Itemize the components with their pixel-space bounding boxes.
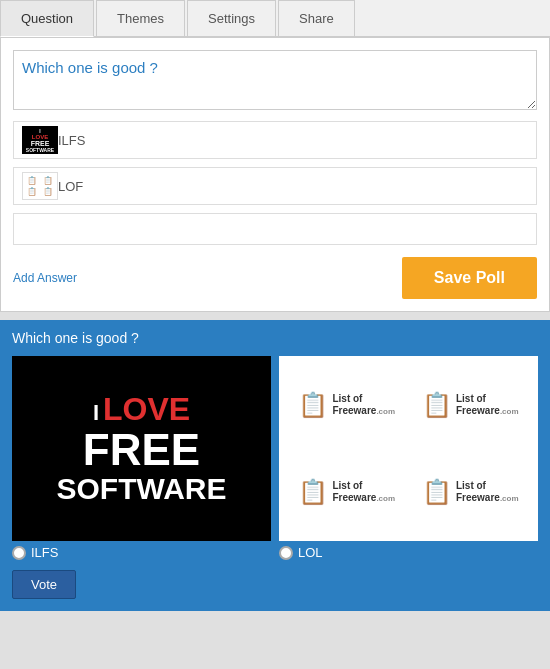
poll-option-2[interactable]: 📋 List ofFreeware.com 📋 List ofFreeware.… [279, 356, 538, 560]
tab-settings[interactable]: Settings [187, 0, 276, 36]
vote-button[interactable]: Vote [12, 570, 76, 599]
add-answer-link[interactable]: Add Answer [13, 271, 77, 285]
empty-answer-row[interactable] [13, 213, 537, 245]
answer-row-1: I LOVE FREE SOFTWARE ILFS [13, 121, 537, 159]
poll-preview-question: Which one is good ? [12, 330, 538, 346]
answer-text-2: LOF [58, 179, 528, 194]
question-textarea[interactable]: Which one is good ? [13, 50, 537, 110]
tab-themes[interactable]: Themes [96, 0, 185, 36]
editor-section: Question Themes Settings Share Which one… [0, 0, 550, 312]
tab-bar: Question Themes Settings Share [0, 0, 550, 37]
tab-share[interactable]: Share [278, 0, 355, 36]
poll-label-row-1: ILFS [12, 545, 271, 560]
form-footer: Add Answer Save Poll [13, 257, 537, 299]
radio-ilfs[interactable] [12, 546, 26, 560]
ilfs-preview-image: I LOVE FREE SOFTWARE [12, 356, 271, 541]
radio-lol[interactable] [279, 546, 293, 560]
poll-options: I LOVE FREE SOFTWARE ILFS 📋 List ofFreew… [12, 356, 538, 560]
poll-label-row-2: LOL [279, 545, 538, 560]
poll-preview-section: Which one is good ? I LOVE FREE SOFTWARE… [0, 320, 550, 611]
lof-preview-image: 📋 List ofFreeware.com 📋 List ofFreeware.… [279, 356, 538, 541]
poll-option-1[interactable]: I LOVE FREE SOFTWARE ILFS [12, 356, 271, 560]
answer-text-1: ILFS [58, 133, 528, 148]
ilfs-thumbnail: I LOVE FREE SOFTWARE [22, 126, 58, 154]
lof-thumbnail: 📋 📋 📋 📋 [22, 172, 58, 200]
poll-option-label-1: ILFS [31, 545, 58, 560]
answer-row-2: 📋 📋 📋 📋 LOF [13, 167, 537, 205]
poll-option-label-2: LOL [298, 545, 323, 560]
question-form: Which one is good ? I LOVE FREE SOFTWARE… [0, 37, 550, 312]
tab-question[interactable]: Question [0, 0, 94, 37]
save-poll-button[interactable]: Save Poll [402, 257, 537, 299]
